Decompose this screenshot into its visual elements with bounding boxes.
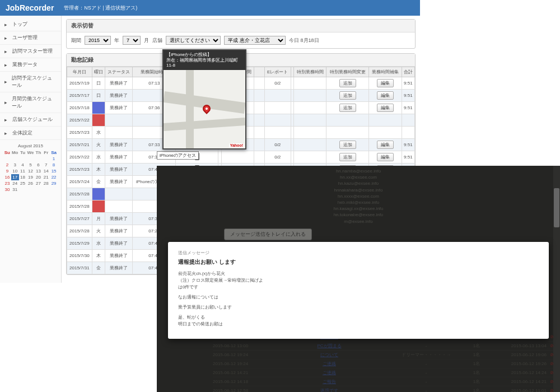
sidebar-item-0[interactable]: ▸トップ xyxy=(0,18,61,31)
sidebar-item-6[interactable]: ▸店舗スケジュール xyxy=(0,113,61,127)
calendar-day[interactable]: 14 xyxy=(42,168,50,174)
wrench-icon: ▸ xyxy=(4,130,10,136)
store-select[interactable]: 選択してください xyxy=(166,36,221,45)
calendar-day[interactable]: 19 xyxy=(26,174,34,180)
popover-header: 【iPhoneからの投稿】 所在：福岡県福岡市博多区上川端町11-8 xyxy=(164,50,245,70)
calendar-day[interactable]: 17 xyxy=(11,174,19,180)
calendar-day[interactable]: 13 xyxy=(35,168,43,174)
year-select[interactable]: 2015 xyxy=(85,36,111,45)
list-icon: ▸ xyxy=(4,62,10,68)
edit-button[interactable]: 編集 xyxy=(377,153,394,161)
calendar-day[interactable]: 12 xyxy=(26,168,34,174)
calendar-day[interactable]: 25 xyxy=(19,180,27,186)
header-user: 管理者：NSアド | 通信状態アス) xyxy=(64,0,137,16)
calendar-day[interactable]: 28 xyxy=(42,180,50,186)
calendar-day[interactable]: 26 xyxy=(26,180,34,186)
sidebar: ▸トップ▸ユーザ管理▸訪問マスター管理▸業務データ▸訪問予定スケジュール▸月間労… xyxy=(0,16,62,283)
app-logo: JobRecorder xyxy=(6,0,54,16)
calendar-day[interactable] xyxy=(3,156,11,162)
table-header: 合計 xyxy=(402,67,414,77)
calendar-day[interactable]: 21 xyxy=(42,174,50,180)
calendar-day[interactable]: 10 xyxy=(11,168,19,174)
app-header: JobRecorder 管理者：NSアド | 通信状態アス) xyxy=(0,0,420,16)
calendar-day[interactable] xyxy=(11,156,19,162)
user-select[interactable]: 平成 恵介・立花店 xyxy=(224,36,286,45)
map-image[interactable]: Yahoo! xyxy=(164,70,245,148)
calendar-day[interactable]: 29 xyxy=(50,180,58,186)
edit-button[interactable]: 編集 xyxy=(377,79,394,87)
sidebar-item-label: 月間労働スケジュール xyxy=(12,95,57,110)
month-select[interactable]: 7 xyxy=(123,36,141,45)
calendar-day[interactable]: 30 xyxy=(3,186,11,193)
edit-button[interactable]: 編集 xyxy=(377,141,394,149)
sidebar-item-1[interactable]: ▸ユーザ管理 xyxy=(0,31,61,45)
calendar-day[interactable]: 9 xyxy=(3,168,11,174)
calendar-day[interactable]: 22 xyxy=(50,174,58,180)
calendar-day[interactable] xyxy=(42,186,50,193)
calendar-day[interactable]: 27 xyxy=(35,180,43,186)
table-header: 業務時間補集 xyxy=(369,67,402,77)
edit-button[interactable]: 編集 xyxy=(377,104,394,112)
table-header: Eレポート xyxy=(264,67,291,77)
calendar-day[interactable]: 24 xyxy=(11,180,19,186)
calendar-day[interactable]: 18 xyxy=(19,174,27,180)
edit-button[interactable]: 編集 xyxy=(377,91,394,100)
add-button[interactable]: 追加 xyxy=(339,79,356,87)
calendar-day[interactable]: 7 xyxy=(42,162,50,168)
filter-panel-title: 表示切替 xyxy=(67,20,415,32)
calendar-day[interactable]: 4 xyxy=(19,162,27,168)
sidebar-item-2[interactable]: ▸訪問マスター管理 xyxy=(0,45,61,58)
calendar-day[interactable]: 23 xyxy=(3,180,11,186)
sidebar-item-label: 訪問予定スケジュール xyxy=(12,74,57,89)
calendar-day[interactable]: 2 xyxy=(3,162,11,168)
add-button[interactable]: 追加 xyxy=(339,104,356,112)
home-icon: ▸ xyxy=(4,22,10,27)
sidebar-item-7[interactable]: ▸全体設定 xyxy=(0,127,61,140)
sidebar-item-label: ユーザ管理 xyxy=(12,34,38,41)
calendar-day[interactable] xyxy=(35,186,43,193)
sidebar-item-5[interactable]: ▸月間労働スケジュール xyxy=(0,92,61,113)
period-label: 期間 xyxy=(71,37,81,44)
calendar-day[interactable] xyxy=(26,156,34,162)
calendar-day[interactable]: 3 xyxy=(11,162,19,168)
message-modal: 送信メッセージ 週報提出お願い します 前売花火ch.(x)から花火（注）クロス… xyxy=(168,242,549,339)
calendar-day[interactable] xyxy=(19,156,27,162)
calendar-day[interactable] xyxy=(42,156,50,162)
user-icon: ▸ xyxy=(4,35,10,41)
map-popover: 【iPhoneからの投稿】 所在：福岡県福岡市博多区上川端町11-8 Yahoo… xyxy=(162,49,246,150)
table-header: 年月日 xyxy=(67,67,92,77)
sidebar-item-3[interactable]: ▸業務データ xyxy=(0,58,61,72)
add-button[interactable]: 追加 xyxy=(339,91,356,100)
today-label: 今日 8月18日 xyxy=(289,37,319,44)
calendar-day[interactable]: 8 xyxy=(50,162,58,168)
map-brand: Yahoo! xyxy=(229,143,244,147)
sidebar-item-4[interactable]: ▸訪問予定スケジュール xyxy=(0,72,61,92)
table-header: 特別業務時間変更 xyxy=(326,67,369,77)
calendar-day[interactable] xyxy=(26,186,34,193)
scrollbar[interactable] xyxy=(553,166,560,392)
sidebar-item-label: トップ xyxy=(12,21,27,28)
table-row: 2015/7/22水業務終了07:320/2追加編集9:51 xyxy=(67,151,415,164)
calendar-icon: ▸ xyxy=(4,117,10,123)
sidebar-item-label: 全体設定 xyxy=(12,129,32,137)
calendar-day[interactable]: 16 xyxy=(3,174,11,180)
table-header: ステータス xyxy=(105,67,133,77)
add-button[interactable]: 追加 xyxy=(339,141,356,149)
calendar-day[interactable]: 31 xyxy=(11,186,19,193)
add-button[interactable]: 追加 xyxy=(339,153,356,161)
calendar-day[interactable]: 20 xyxy=(35,174,43,180)
calendar-day[interactable]: 15 xyxy=(50,168,58,174)
calendar-day[interactable] xyxy=(50,186,58,193)
calendar-day[interactable]: 1 xyxy=(50,156,58,162)
calendar-day[interactable] xyxy=(35,156,43,162)
calendar-icon: ▸ xyxy=(4,100,10,105)
sidebar-item-label: 業務データ xyxy=(12,61,38,68)
calendar-day[interactable] xyxy=(19,186,27,193)
scrollbar-thumb[interactable] xyxy=(554,188,559,227)
modal-title: 週報提出お願い します xyxy=(178,258,539,266)
calendar-day[interactable]: 11 xyxy=(19,168,27,174)
calendar-day[interactable]: 6 xyxy=(35,162,43,168)
message-window: hn.namba@exsee.infohn.xx@exsee.comhn.kaz… xyxy=(157,166,560,392)
calendar-day[interactable]: 5 xyxy=(26,162,34,168)
filter-panel: 表示切替 期間 2015 年 7 月 店舗 選択してください 平成 恵介・立花店… xyxy=(66,19,416,49)
